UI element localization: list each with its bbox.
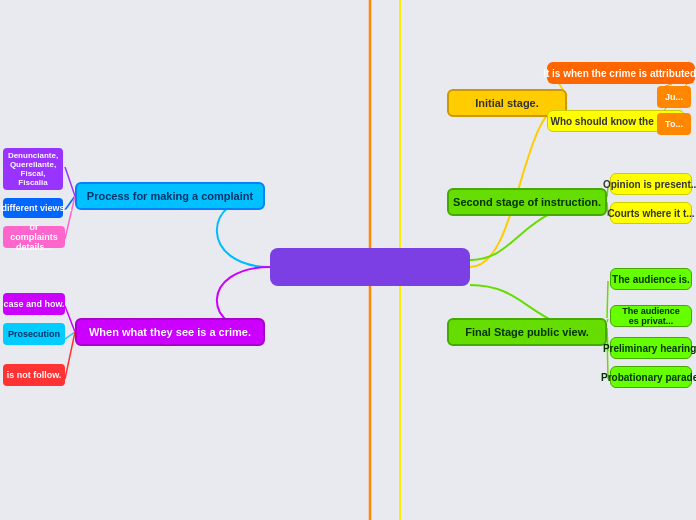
- svg-line-7: [607, 319, 608, 322]
- mindmap-container: Process for making a complaint When what…: [0, 0, 696, 520]
- right-t-node[interactable]: To...: [657, 113, 691, 135]
- final-stage-node[interactable]: Final Stage public view.: [447, 318, 607, 346]
- attributed-node[interactable]: It is when the crime is attributed.: [547, 62, 695, 84]
- small-node-case-how[interactable]: case and how.: [3, 293, 65, 315]
- svg-line-15: [65, 332, 75, 379]
- small-node-views[interactable]: 5 different views...: [3, 198, 63, 218]
- courts-node[interactable]: Courts where it t...: [610, 202, 692, 224]
- opinion-node[interactable]: Opinion is present...: [610, 173, 692, 195]
- audience-node[interactable]: The audience is.: [610, 268, 692, 290]
- process-node[interactable]: Process for making a complaint: [75, 182, 265, 210]
- svg-line-13: [65, 306, 75, 332]
- small-node-complaints[interactable]: or complaints details...: [3, 226, 65, 248]
- second-stage-node[interactable]: Second stage of instruction.: [447, 188, 607, 216]
- when-node[interactable]: When what they see is a crime.: [75, 318, 265, 346]
- svg-line-10: [65, 167, 75, 196]
- probationary-node[interactable]: Probationary parade.: [610, 366, 692, 388]
- small-node-not-follow[interactable]: is not follow.: [3, 364, 65, 386]
- svg-line-14: [65, 332, 75, 339]
- svg-line-6: [607, 281, 608, 318]
- small-node-denunciante[interactable]: Denunciante, Querellante, Fiscal, Fiscal…: [3, 148, 63, 190]
- preliminary-node[interactable]: Preliminary hearing.: [610, 337, 692, 359]
- audience-private-node[interactable]: The audience es privat...: [610, 305, 692, 327]
- center-node[interactable]: [270, 248, 470, 286]
- right-j-node[interactable]: Ju...: [657, 86, 691, 108]
- small-node-prosecution[interactable]: Prosecution: [3, 323, 65, 345]
